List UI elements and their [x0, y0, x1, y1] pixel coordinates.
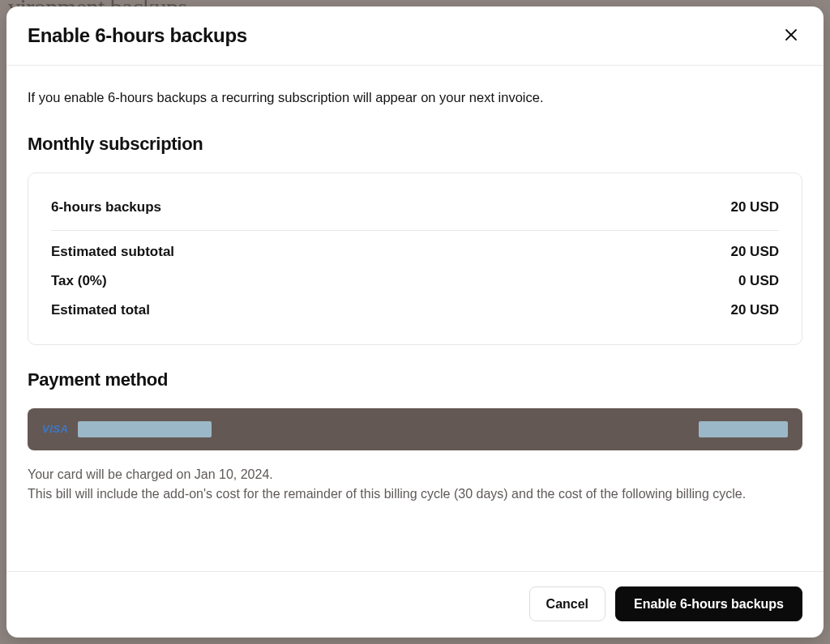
tax-label: Tax (0%)	[51, 273, 107, 289]
payment-note: Your card will be charged on Jan 10, 202…	[28, 465, 802, 504]
total-row: Estimated total 20 USD	[51, 296, 779, 325]
subscription-card: 6-hours backups 20 USD Estimated subtota…	[28, 173, 802, 345]
card-meta-redacted	[699, 421, 788, 437]
payment-note-line2: This bill will include the add-on's cost…	[28, 487, 746, 501]
subtotal-label: Estimated subtotal	[51, 244, 174, 260]
cancel-button[interactable]: Cancel	[529, 586, 605, 621]
payment-method-card[interactable]: VISA	[28, 408, 802, 450]
tax-value: 0 USD	[738, 273, 779, 289]
subtotal-row: Estimated subtotal 20 USD	[51, 237, 779, 267]
total-label: Estimated total	[51, 302, 150, 318]
subtotal-value: 20 USD	[730, 244, 779, 260]
payment-method-heading: Payment method	[28, 369, 802, 390]
tax-row: Tax (0%) 0 USD	[51, 267, 779, 296]
card-number-redacted	[78, 421, 212, 437]
modal-title: Enable 6-hours backups	[28, 24, 247, 47]
modal-header: Enable 6-hours backups	[6, 6, 824, 66]
modal-footer: Cancel Enable 6-hours backups	[6, 571, 824, 638]
close-button[interactable]	[780, 24, 802, 47]
payment-note-line1: Your card will be charged on Jan 10, 202…	[28, 467, 273, 481]
card-brand-visa: VISA	[42, 423, 68, 435]
payment-method-left: VISA	[42, 421, 212, 437]
intro-text: If you enable 6-hours backups a recurrin…	[28, 88, 802, 108]
line-item-value: 20 USD	[730, 199, 779, 215]
line-item-label: 6-hours backups	[51, 199, 161, 215]
confirm-enable-button[interactable]: Enable 6-hours backups	[615, 586, 802, 621]
modal-body: If you enable 6-hours backups a recurrin…	[6, 66, 824, 571]
enable-backups-modal: Enable 6-hours backups If you enable 6-h…	[6, 6, 824, 638]
close-icon	[785, 28, 798, 44]
total-value: 20 USD	[730, 302, 779, 318]
monthly-subscription-heading: Monthly subscription	[28, 134, 802, 155]
line-item-backups: 6-hours backups 20 USD	[51, 190, 779, 231]
